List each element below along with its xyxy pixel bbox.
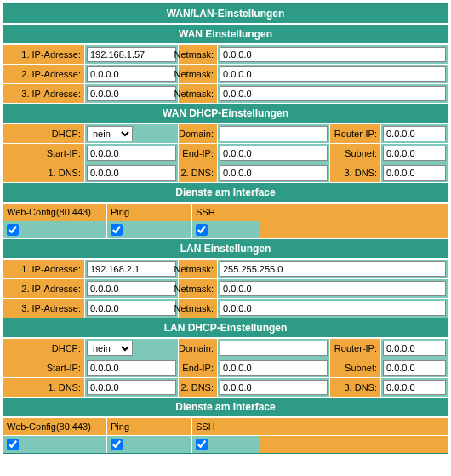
lan-nm1-label: Netmask: (179, 260, 218, 278)
wan-nm3-input[interactable] (220, 86, 446, 101)
wan-ip2-input[interactable] (87, 66, 176, 82)
lan-svc-header: Dienste am Interface (3, 397, 448, 417)
lan-ip2-label: 2. IP-Adresse: (3, 279, 85, 298)
wan-routerip-input[interactable] (383, 126, 446, 141)
wan-ip3-input[interactable] (87, 86, 176, 101)
wan-dns1-input[interactable] (87, 165, 176, 181)
lan-svc-val-row (3, 435, 448, 453)
lan-dns2-input[interactable] (220, 380, 328, 395)
settings-panel: WAN/LAN-Einstellungen WAN Einstellungen … (3, 3, 448, 454)
wan-dns2-label: 2. DNS: (179, 163, 218, 182)
wan-dns2-input[interactable] (220, 165, 328, 181)
lan-domain-input[interactable] (220, 341, 328, 356)
wan-ip1-input[interactable] (87, 47, 176, 62)
lan-subnet-input[interactable] (383, 360, 446, 376)
lan-header: LAN Einstellungen (3, 238, 448, 259)
lan-dhcp-row2: Start-IP: End-IP: Subnet: (3, 358, 448, 377)
wan-dns3-label: 3. DNS: (330, 163, 381, 182)
wan-nm3-label: Netmask: (179, 84, 218, 103)
lan-svc-ssh-checkbox[interactable] (196, 439, 208, 450)
lan-dns3-input[interactable] (383, 380, 446, 395)
lan-routerip-input[interactable] (383, 341, 446, 356)
wan-header: WAN Einstellungen (3, 24, 448, 44)
wan-subnet-label: Subnet: (330, 144, 381, 163)
lan-endip-label: End-IP: (179, 358, 218, 377)
wan-endip-input[interactable] (220, 146, 328, 161)
wan-nm1-input[interactable] (220, 47, 446, 62)
lan-dns1-label: 1. DNS: (3, 378, 85, 397)
lan-ip1-label: 1. IP-Adresse: (3, 260, 85, 278)
wan-routerip-label: Router-IP: (330, 124, 381, 143)
lan-ip2-row: 2. IP-Adresse: Netmask: (3, 278, 448, 298)
wan-svc-ping-checkbox[interactable] (111, 224, 123, 236)
wan-svc-web-checkbox[interactable] (7, 224, 19, 236)
wan-svc-ping-label: Ping (107, 204, 192, 221)
lan-nm2-label: Netmask: (179, 279, 218, 298)
lan-dhcp-label: DHCP: (3, 339, 85, 358)
wan-dhcp-row3: 1. DNS: 2. DNS: 3. DNS: (3, 163, 448, 182)
wan-ip2-label: 2. IP-Adresse: (3, 65, 85, 83)
wan-dns1-label: 1. DNS: (3, 163, 85, 182)
wan-svc-ssh-checkbox[interactable] (196, 224, 208, 236)
wan-domain-input[interactable] (220, 126, 328, 141)
wan-startip-label: Start-IP: (3, 144, 85, 163)
lan-ip1-input[interactable] (87, 261, 176, 277)
wan-svc-web-label: Web-Config(80,443) (3, 204, 107, 221)
wan-ip2-row: 2. IP-Adresse: Netmask: (3, 64, 448, 83)
lan-ip1-row: 1. IP-Adresse: Netmask: (3, 259, 448, 278)
wan-ip1-label: 1. IP-Adresse: (3, 45, 85, 64)
wan-startip-input[interactable] (87, 146, 176, 161)
lan-svc-head-row: Web-Config(80,443) Ping SSH (3, 417, 448, 435)
wan-nm2-label: Netmask: (179, 65, 218, 83)
lan-nm3-label: Netmask: (179, 299, 218, 318)
wan-dhcp-select[interactable]: nein (87, 126, 133, 141)
wan-svc-header: Dienste am Interface (3, 182, 448, 203)
wan-subnet-input[interactable] (383, 146, 446, 161)
lan-nm1-input[interactable] (220, 261, 446, 277)
lan-svc-ping-checkbox[interactable] (111, 439, 123, 450)
wan-svc-val-row (3, 221, 448, 238)
wan-dns3-input[interactable] (383, 165, 446, 181)
wan-endip-label: End-IP: (179, 144, 218, 163)
wan-dhcp-label: DHCP: (3, 124, 85, 143)
main-header: WAN/LAN-Einstellungen (3, 4, 448, 24)
lan-endip-input[interactable] (220, 360, 328, 376)
lan-dns3-label: 3. DNS: (330, 378, 381, 397)
lan-dhcp-row3: 1. DNS: 2. DNS: 3. DNS: (3, 377, 448, 397)
lan-dns1-input[interactable] (87, 380, 176, 395)
lan-subnet-label: Subnet: (330, 358, 381, 377)
lan-ip3-row: 3. IP-Adresse: Netmask: (3, 298, 448, 318)
lan-ip2-input[interactable] (87, 281, 176, 296)
wan-dhcp-row2: Start-IP: End-IP: Subnet: (3, 143, 448, 163)
lan-startip-input[interactable] (87, 360, 176, 376)
lan-svc-ssh-label: SSH (192, 418, 448, 435)
wan-svc-ssh-label: SSH (192, 204, 448, 221)
lan-dhcp-header: LAN DHCP-Einstellungen (3, 318, 448, 338)
lan-dhcp-select[interactable]: nein (87, 341, 133, 356)
wan-ip1-row: 1. IP-Adresse: Netmask: (3, 44, 448, 64)
lan-domain-label: Domain: (179, 339, 218, 358)
wan-svc-spacer (260, 221, 448, 238)
lan-ip3-label: 3. IP-Adresse: (3, 299, 85, 318)
wan-ip3-label: 3. IP-Adresse: (3, 84, 85, 103)
lan-svc-web-checkbox[interactable] (7, 439, 19, 450)
lan-svc-ping-label: Ping (107, 418, 192, 435)
lan-dns2-label: 2. DNS: (179, 378, 218, 397)
lan-dhcp-row1: DHCP: nein Domain: Router-IP: (3, 338, 448, 358)
wan-domain-label: Domain: (179, 124, 218, 143)
wan-svc-head-row: Web-Config(80,443) Ping SSH (3, 203, 448, 221)
lan-nm3-input[interactable] (220, 301, 446, 316)
wan-nm2-input[interactable] (220, 66, 446, 82)
wan-dhcp-row1: DHCP: nein Domain: Router-IP: (3, 123, 448, 143)
lan-routerip-label: Router-IP: (330, 339, 381, 358)
lan-ip3-input[interactable] (87, 301, 176, 316)
wan-dhcp-header: WAN DHCP-Einstellungen (3, 103, 448, 123)
wan-nm1-label: Netmask: (179, 45, 218, 64)
lan-startip-label: Start-IP: (3, 358, 85, 377)
lan-svc-spacer (260, 436, 448, 453)
lan-svc-web-label: Web-Config(80,443) (3, 418, 107, 435)
wan-ip3-row: 3. IP-Adresse: Netmask: (3, 83, 448, 103)
lan-nm2-input[interactable] (220, 281, 446, 296)
